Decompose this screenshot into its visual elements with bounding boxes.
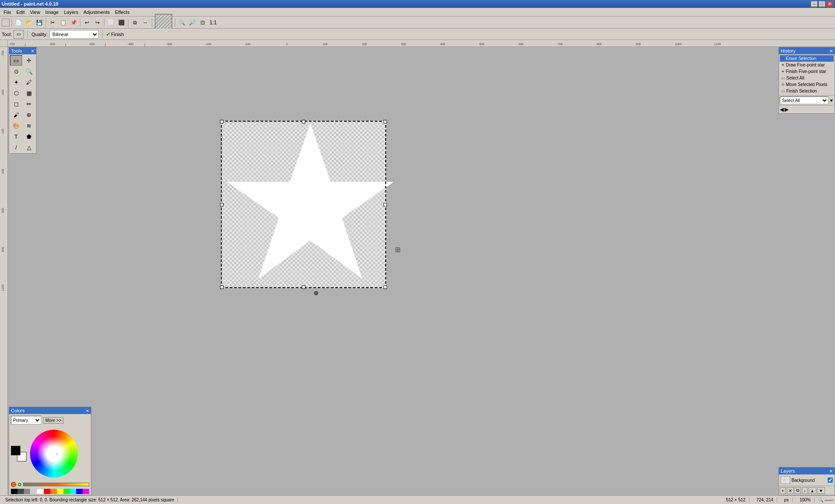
resize-handle-icon[interactable]: ⊞ (395, 245, 401, 254)
tool-clone[interactable]: ⊕ (23, 109, 35, 120)
tool-eraser[interactable]: ◻ (10, 99, 22, 109)
swatch-dark-gray[interactable] (17, 489, 24, 494)
toolbar-copy[interactable]: 📋 (58, 18, 68, 27)
swatch-black[interactable] (11, 489, 17, 494)
swatch-cyan[interactable] (70, 489, 76, 494)
history-item-finish-selection[interactable]: ▭ Finish Selection (780, 88, 834, 94)
status-size: 512 × 512 (722, 497, 749, 502)
layer-merge-button[interactable]: ↓ (802, 487, 808, 494)
toolbar-zoom-actual[interactable]: 1:1 (208, 18, 218, 27)
history-dropdown[interactable]: Select All (780, 96, 828, 104)
toolbar-redo[interactable]: ↪ (93, 18, 102, 27)
toolbar-resize[interactable]: ↔ (140, 18, 150, 27)
title-bar: Untitled - paint.net 4.0.10 – □ ✕ (0, 0, 835, 8)
canvas-area[interactable]: ⊕ ⊞ (8, 47, 835, 495)
layer-delete-button[interactable]: ✕ (787, 487, 794, 494)
layer-add-button[interactable]: + (780, 487, 786, 494)
swatch-red[interactable] (44, 489, 50, 494)
tool-text[interactable]: T (10, 131, 22, 142)
history-undo-button[interactable]: ◀ (780, 106, 784, 113)
layers-title-label: Layers (781, 468, 795, 474)
layers-panel-title: Layers ✕ (779, 468, 835, 474)
color-selection-dot[interactable] (55, 452, 59, 456)
color-wheel[interactable] (30, 430, 78, 477)
finish-btn[interactable]: ✔ Finish (106, 31, 124, 37)
foreground-color-box[interactable] (11, 446, 20, 455)
history-icon-finish-sel: ▭ (781, 89, 785, 93)
tool-smudge[interactable]: ≋ (23, 120, 35, 131)
history-item-move-pixels[interactable]: ✛ Move Selected Pixels (780, 81, 834, 88)
close-button[interactable]: ✕ (826, 1, 833, 7)
menu-adjustments[interactable]: Adjustments (81, 9, 113, 16)
tool-lasso[interactable]: ⊙ (10, 66, 22, 76)
colors-close-button[interactable]: ✕ (86, 408, 89, 413)
tool-shapes[interactable]: ⬟ (23, 131, 35, 142)
colors-panel-title: Colors ✕ (9, 407, 91, 414)
tool-rectangle-select[interactable]: ▭ (10, 55, 22, 66)
tool-eyedropper[interactable]: 🖊 (23, 77, 35, 87)
tool-line[interactable]: / (10, 142, 22, 153)
swatch-gray[interactable] (24, 489, 30, 494)
history-list: ↩ Erase Selection ✦ Draw Five-point star… (779, 54, 835, 95)
swatch-blue[interactable] (76, 489, 83, 494)
toolbar-zoom-out[interactable]: 🔎 (187, 18, 197, 27)
menu-file[interactable]: File (1, 9, 14, 16)
menu-image[interactable]: Image (43, 9, 61, 16)
history-item-select-all[interactable]: ▭ Select All (780, 75, 834, 81)
tool-paint-bucket[interactable]: ⬡ (10, 88, 22, 98)
zoom-slider[interactable]: 🔍 —— (818, 497, 833, 502)
toolbar-paste[interactable]: 📌 (69, 18, 78, 27)
history-item-finish-star[interactable]: ✦ Finish Five-point star (780, 68, 834, 75)
layer-visibility-checkbox[interactable] (828, 477, 833, 483)
tool-gradient[interactable]: ▦ (23, 88, 35, 98)
tools-close-button[interactable]: ✕ (31, 49, 34, 53)
svg-rect-33 (781, 477, 790, 484)
swatch-orange[interactable] (50, 489, 57, 494)
svg-text:500: 500 (1, 208, 4, 213)
minimize-button[interactable]: – (811, 1, 818, 7)
toolbar-undo[interactable]: ↩ (82, 18, 92, 27)
toolbar-open[interactable]: 📂 (24, 18, 33, 27)
toolbar-zoom-in[interactable]: 🔍 (177, 18, 187, 27)
menu-layers[interactable]: Layers (61, 9, 81, 16)
toolbar-new[interactable]: 📄 (13, 18, 23, 27)
swatch-magenta[interactable] (83, 489, 89, 494)
swatch-green[interactable] (63, 489, 70, 494)
toolbar-cut[interactable]: ✂ (48, 18, 57, 27)
layer-up-button[interactable]: ▲ (808, 487, 816, 494)
tool-magic-wand[interactable]: ✦ (10, 77, 22, 87)
layer-item-background[interactable]: Background (780, 475, 834, 485)
toolbar-save[interactable]: 💾 (34, 18, 44, 27)
tool-brush[interactable]: 🖌 (10, 109, 22, 120)
layer-down-button[interactable]: ▼ (817, 487, 825, 494)
history-redo-button[interactable]: ▶ (785, 106, 788, 113)
color-mode-select[interactable]: Primary Secondary (11, 416, 41, 424)
tool-zoom[interactable]: 🔍 (23, 66, 35, 76)
toolbar-zoom-fit[interactable]: ⊡ (198, 18, 207, 27)
history-item-draw-star[interactable]: ✦ Draw Five-point star (780, 62, 834, 68)
history-dropdown-arrow[interactable]: ▼ (829, 98, 834, 103)
layers-close-button[interactable]: ✕ (829, 469, 833, 474)
layer-duplicate-button[interactable]: ⧉ (795, 487, 801, 494)
toolbar-select-all[interactable]: ⬛ (117, 18, 126, 27)
quality-select[interactable]: Bilinear Nearest Neighbor Bicubic (50, 30, 99, 39)
colors-title-label: Colors (11, 408, 25, 413)
menu-effects[interactable]: Effects (113, 9, 132, 16)
tool-move[interactable]: ✛ (23, 55, 35, 66)
history-close-button[interactable]: ✕ (829, 49, 833, 53)
menu-view[interactable]: View (27, 9, 43, 16)
history-item-erase-selection[interactable]: ↩ Erase Selection (780, 55, 834, 62)
tool-polygon[interactable]: △ (23, 142, 35, 153)
swatch-light-gray[interactable] (30, 489, 37, 494)
colors-more-button[interactable]: More >> (43, 417, 63, 424)
swatch-yellow[interactable] (57, 489, 63, 494)
toolbar-deselect[interactable]: ⬜ (106, 18, 116, 27)
tool-recolor[interactable]: 🎨 (10, 120, 22, 131)
swatch-white[interactable] (37, 489, 44, 494)
toolbar-crop[interactable]: ⧉ (130, 18, 140, 27)
tool-pencil[interactable]: ✏ (23, 99, 35, 109)
hue-slider[interactable] (23, 483, 89, 486)
menu-edit[interactable]: Edit (14, 9, 27, 16)
maximize-button[interactable]: □ (818, 1, 825, 7)
canvas-wrapper (221, 121, 386, 288)
